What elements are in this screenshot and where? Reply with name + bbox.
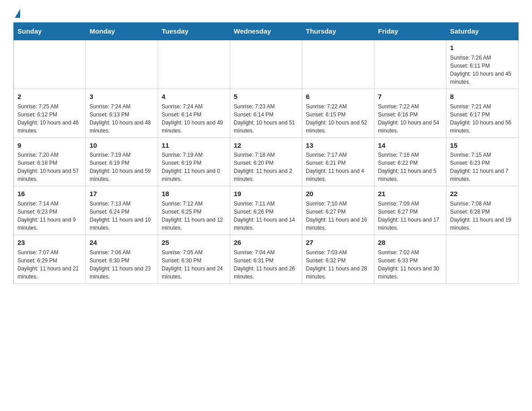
day-info: Sunrise: 7:09 AM Sunset: 6:27 PM Dayligh…: [378, 200, 442, 232]
calendar-cell: [14, 40, 86, 89]
calendar-cell: [374, 40, 446, 89]
calendar-cell: 21Sunrise: 7:09 AM Sunset: 6:27 PM Dayli…: [374, 186, 446, 235]
day-info: Sunrise: 7:19 AM Sunset: 6:19 PM Dayligh…: [162, 151, 226, 183]
weekday-header-wednesday: Wednesday: [230, 23, 302, 40]
calendar-cell: 23Sunrise: 7:07 AM Sunset: 6:29 PM Dayli…: [14, 235, 86, 284]
calendar-cell: 6Sunrise: 7:22 AM Sunset: 6:15 PM Daylig…: [302, 89, 374, 137]
day-info: Sunrise: 7:24 AM Sunset: 6:14 PM Dayligh…: [162, 103, 226, 135]
day-number: 8: [450, 92, 515, 102]
day-number: 4: [162, 92, 226, 102]
calendar-cell: 16Sunrise: 7:14 AM Sunset: 6:23 PM Dayli…: [14, 186, 86, 235]
calendar-cell: [446, 235, 519, 284]
calendar-cell: [86, 40, 158, 89]
logo-triangle-icon: [15, 9, 20, 18]
calendar-cell: [302, 40, 374, 89]
day-info: Sunrise: 7:17 AM Sunset: 6:21 PM Dayligh…: [306, 151, 370, 183]
calendar-cell: 1Sunrise: 7:26 AM Sunset: 6:11 PM Daylig…: [446, 40, 519, 89]
page-header: [13, 9, 519, 18]
calendar-cell: 26Sunrise: 7:04 AM Sunset: 6:31 PM Dayli…: [230, 235, 302, 284]
calendar-week-row: 16Sunrise: 7:14 AM Sunset: 6:23 PM Dayli…: [14, 186, 519, 235]
day-number: 6: [306, 92, 370, 102]
calendar-cell: 9Sunrise: 7:20 AM Sunset: 6:18 PM Daylig…: [14, 137, 86, 186]
weekday-header-monday: Monday: [86, 23, 158, 40]
day-info: Sunrise: 7:18 AM Sunset: 6:20 PM Dayligh…: [234, 151, 298, 183]
calendar-cell: 2Sunrise: 7:25 AM Sunset: 6:12 PM Daylig…: [14, 89, 86, 137]
calendar-cell: 3Sunrise: 7:24 AM Sunset: 6:13 PM Daylig…: [86, 89, 158, 137]
calendar-cell: 11Sunrise: 7:19 AM Sunset: 6:19 PM Dayli…: [158, 137, 230, 186]
weekday-header-thursday: Thursday: [302, 23, 374, 40]
day-info: Sunrise: 7:22 AM Sunset: 6:15 PM Dayligh…: [306, 103, 370, 135]
calendar-cell: 19Sunrise: 7:11 AM Sunset: 6:26 PM Dayli…: [230, 186, 302, 235]
calendar-cell: 18Sunrise: 7:12 AM Sunset: 6:25 PM Dayli…: [158, 186, 230, 235]
day-number: 5: [234, 92, 298, 102]
calendar-cell: 28Sunrise: 7:02 AM Sunset: 6:33 PM Dayli…: [374, 235, 446, 284]
day-number: 24: [90, 238, 154, 248]
day-info: Sunrise: 7:23 AM Sunset: 6:14 PM Dayligh…: [234, 103, 298, 135]
weekday-header-saturday: Saturday: [446, 23, 519, 40]
day-number: 19: [234, 189, 298, 199]
day-info: Sunrise: 7:10 AM Sunset: 6:27 PM Dayligh…: [306, 200, 370, 232]
calendar-cell: 20Sunrise: 7:10 AM Sunset: 6:27 PM Dayli…: [302, 186, 374, 235]
day-number: 10: [90, 141, 154, 150]
weekday-header-sunday: Sunday: [14, 23, 86, 40]
day-info: Sunrise: 7:12 AM Sunset: 6:25 PM Dayligh…: [162, 200, 226, 232]
calendar-cell: [158, 40, 230, 89]
day-number: 2: [17, 92, 82, 102]
day-number: 27: [306, 238, 370, 248]
day-number: 15: [450, 141, 515, 150]
day-info: Sunrise: 7:25 AM Sunset: 6:12 PM Dayligh…: [17, 103, 82, 135]
day-info: Sunrise: 7:08 AM Sunset: 6:28 PM Dayligh…: [450, 200, 515, 232]
calendar-cell: 25Sunrise: 7:05 AM Sunset: 6:30 PM Dayli…: [158, 235, 230, 284]
weekday-header-friday: Friday: [374, 23, 446, 40]
day-number: 11: [162, 141, 226, 150]
calendar-cell: 15Sunrise: 7:15 AM Sunset: 6:23 PM Dayli…: [446, 137, 519, 186]
weekday-header-row: SundayMondayTuesdayWednesdayThursdayFrid…: [14, 23, 519, 40]
calendar-cell: 4Sunrise: 7:24 AM Sunset: 6:14 PM Daylig…: [158, 89, 230, 137]
day-number: 9: [17, 141, 82, 150]
day-number: 12: [234, 141, 298, 150]
day-info: Sunrise: 7:05 AM Sunset: 6:30 PM Dayligh…: [162, 248, 226, 281]
day-number: 28: [378, 238, 442, 248]
day-info: Sunrise: 7:04 AM Sunset: 6:31 PM Dayligh…: [234, 248, 298, 281]
day-number: 7: [378, 92, 442, 102]
calendar-cell: 7Sunrise: 7:22 AM Sunset: 6:16 PM Daylig…: [374, 89, 446, 137]
calendar-cell: 14Sunrise: 7:16 AM Sunset: 6:22 PM Dayli…: [374, 137, 446, 186]
day-number: 13: [306, 141, 370, 150]
day-number: 23: [17, 238, 82, 248]
weekday-header-tuesday: Tuesday: [158, 23, 230, 40]
day-number: 17: [90, 189, 154, 199]
day-info: Sunrise: 7:13 AM Sunset: 6:24 PM Dayligh…: [90, 200, 154, 232]
day-number: 20: [306, 189, 370, 199]
calendar-cell: 13Sunrise: 7:17 AM Sunset: 6:21 PM Dayli…: [302, 137, 374, 186]
day-info: Sunrise: 7:02 AM Sunset: 6:33 PM Dayligh…: [378, 248, 442, 281]
calendar-week-row: 1Sunrise: 7:26 AM Sunset: 6:11 PM Daylig…: [14, 40, 519, 89]
day-info: Sunrise: 7:03 AM Sunset: 6:32 PM Dayligh…: [306, 248, 370, 281]
day-info: Sunrise: 7:06 AM Sunset: 6:30 PM Dayligh…: [90, 248, 154, 281]
day-info: Sunrise: 7:22 AM Sunset: 6:16 PM Dayligh…: [378, 103, 442, 135]
calendar-cell: 27Sunrise: 7:03 AM Sunset: 6:32 PM Dayli…: [302, 235, 374, 284]
calendar-cell: 22Sunrise: 7:08 AM Sunset: 6:28 PM Dayli…: [446, 186, 519, 235]
calendar-cell: 17Sunrise: 7:13 AM Sunset: 6:24 PM Dayli…: [86, 186, 158, 235]
day-number: 3: [90, 92, 154, 102]
day-number: 14: [378, 141, 442, 150]
day-info: Sunrise: 7:19 AM Sunset: 6:19 PM Dayligh…: [90, 151, 154, 183]
calendar-cell: 24Sunrise: 7:06 AM Sunset: 6:30 PM Dayli…: [86, 235, 158, 284]
day-info: Sunrise: 7:24 AM Sunset: 6:13 PM Dayligh…: [90, 103, 154, 135]
day-info: Sunrise: 7:07 AM Sunset: 6:29 PM Dayligh…: [17, 248, 82, 281]
day-number: 16: [17, 189, 82, 199]
day-info: Sunrise: 7:14 AM Sunset: 6:23 PM Dayligh…: [17, 200, 82, 232]
calendar-cell: 12Sunrise: 7:18 AM Sunset: 6:20 PM Dayli…: [230, 137, 302, 186]
calendar-table: SundayMondayTuesdayWednesdayThursdayFrid…: [13, 22, 519, 284]
day-info: Sunrise: 7:20 AM Sunset: 6:18 PM Dayligh…: [17, 151, 82, 183]
calendar-week-row: 2Sunrise: 7:25 AM Sunset: 6:12 PM Daylig…: [14, 89, 519, 137]
day-number: 1: [450, 43, 515, 53]
day-info: Sunrise: 7:26 AM Sunset: 6:11 PM Dayligh…: [450, 54, 515, 86]
logo: [13, 9, 20, 18]
calendar-week-row: 9Sunrise: 7:20 AM Sunset: 6:18 PM Daylig…: [14, 137, 519, 186]
day-number: 25: [162, 238, 226, 248]
calendar-cell: [230, 40, 302, 89]
day-info: Sunrise: 7:11 AM Sunset: 6:26 PM Dayligh…: [234, 200, 298, 232]
calendar-cell: 10Sunrise: 7:19 AM Sunset: 6:19 PM Dayli…: [86, 137, 158, 186]
calendar-cell: 8Sunrise: 7:21 AM Sunset: 6:17 PM Daylig…: [446, 89, 519, 137]
day-number: 22: [450, 189, 515, 199]
